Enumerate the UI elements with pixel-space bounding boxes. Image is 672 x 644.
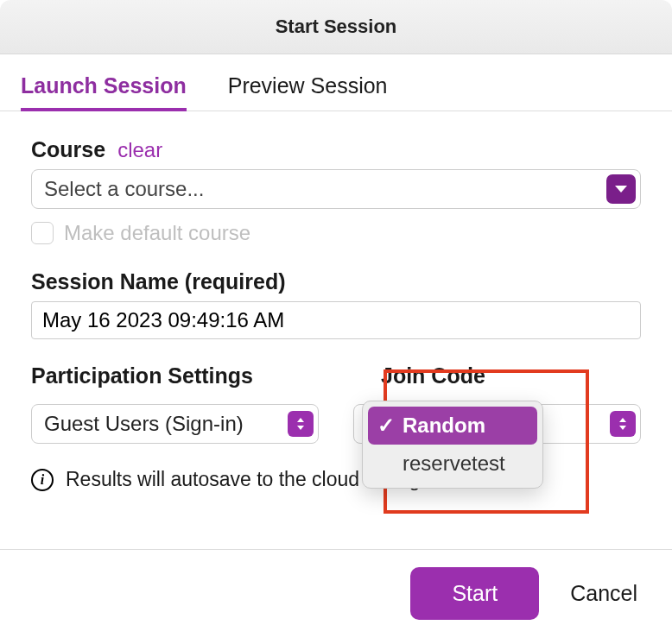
participation-select[interactable]: Guest Users (Sign-in)	[31, 404, 319, 444]
participation-section: Participation Settings Guest Users (Sign…	[31, 363, 319, 444]
up-down-chevron-icon	[610, 411, 636, 437]
start-button[interactable]: Start	[410, 567, 539, 620]
participation-label: Participation Settings	[31, 363, 253, 388]
chevron-down-icon	[606, 174, 636, 204]
join-code-option-random[interactable]: ✓ Random	[368, 407, 537, 445]
cancel-button[interactable]: Cancel	[570, 581, 637, 606]
titlebar: Start Session	[0, 0, 672, 54]
session-name-input[interactable]	[31, 301, 641, 339]
tab-launch-session[interactable]: Launch Session	[21, 73, 187, 110]
check-icon: ✓	[377, 414, 396, 438]
participation-value: Guest Users (Sign-in)	[32, 405, 288, 443]
join-code-option-label: reservetest	[403, 451, 505, 476]
join-code-dropdown[interactable]: ✓ Random ✓ reservetest	[362, 401, 543, 489]
dialog-footer: Start Cancel	[0, 549, 672, 644]
join-code-option-reservetest[interactable]: ✓ reservetest	[368, 445, 537, 483]
tab-preview-session[interactable]: Preview Session	[228, 73, 388, 110]
make-default-label: Make default course	[64, 221, 250, 245]
settings-row: Participation Settings Guest Users (Sign…	[31, 363, 641, 444]
session-name-section: Session Name (required)	[31, 269, 641, 339]
tab-bar: Launch Session Preview Session	[0, 54, 672, 111]
make-default-checkbox[interactable]	[31, 222, 54, 244]
start-session-dialog: Start Session Launch Session Preview Ses…	[0, 0, 672, 644]
make-default-row: Make default course	[31, 221, 641, 245]
info-icon: i	[31, 469, 54, 491]
course-clear-link[interactable]: clear	[117, 138, 162, 162]
up-down-chevron-icon	[288, 411, 314, 437]
dialog-content: Course clear Select a course... Make def…	[0, 111, 672, 549]
session-name-label: Session Name (required)	[31, 269, 286, 294]
dialog-title: Start Session	[0, 16, 672, 38]
course-label: Course	[31, 137, 105, 162]
join-code-label: Join Code	[381, 363, 485, 388]
course-section: Course clear Select a course... Make def…	[31, 137, 641, 245]
info-row: i Results will autosave to the cloud dur…	[31, 468, 641, 491]
join-code-option-label: Random	[403, 414, 485, 438]
course-select[interactable]: Select a course...	[31, 169, 641, 209]
course-select-value: Select a course...	[32, 170, 606, 208]
